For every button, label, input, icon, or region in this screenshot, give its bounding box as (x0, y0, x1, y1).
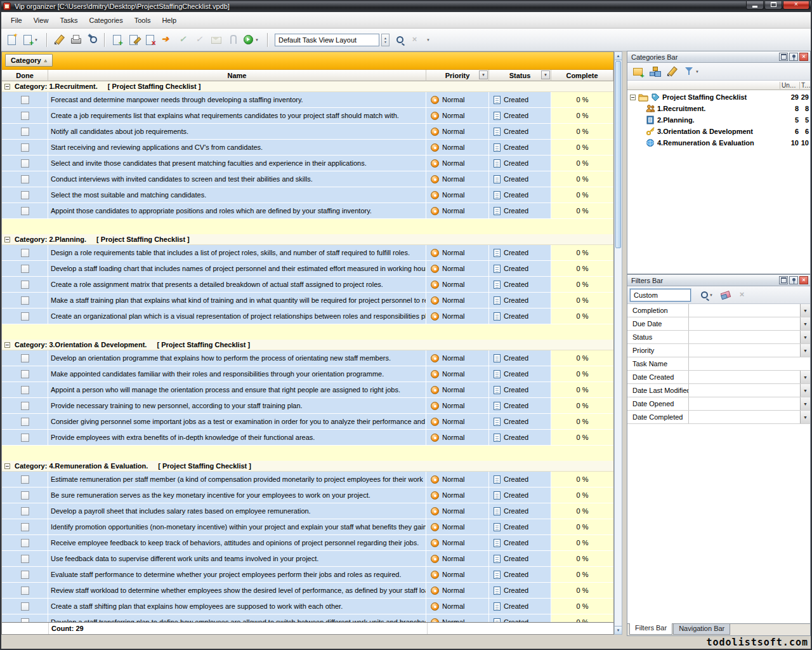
edit-task-button[interactable] (126, 32, 141, 48)
scroll-down-button[interactable]: ▼ (615, 626, 622, 634)
task-status-cell[interactable]: Created (489, 535, 551, 550)
task-priority-cell[interactable]: Normal (426, 567, 489, 582)
task-status-cell[interactable]: Created (489, 171, 551, 187)
task-status-cell[interactable]: Created (489, 124, 551, 139)
task-checkbox[interactable] (21, 249, 29, 257)
task-checkbox[interactable] (21, 159, 29, 168)
task-checkbox[interactable] (21, 354, 29, 362)
column-header-total[interactable]: Total (799, 82, 810, 89)
category-group-button[interactable]: Category ▵ (5, 54, 53, 67)
filter-categories-button[interactable]: ▼ (681, 65, 702, 79)
task-status-cell[interactable]: Created (489, 156, 551, 171)
filter-preset-combo[interactable]: Custom (630, 289, 691, 302)
delete-task-button[interactable] (142, 32, 157, 48)
task-priority-cell[interactable]: Normal (426, 535, 489, 550)
task-status-cell[interactable]: Created (489, 382, 551, 397)
task-status-cell[interactable]: Created (489, 261, 551, 276)
task-name-cell[interactable]: Appoint a person who will manage the ori… (48, 382, 426, 397)
customize-view-button[interactable] (391, 32, 406, 48)
priority-filter-dropdown[interactable]: ▼ (479, 70, 488, 79)
category-tree-item[interactable]: 2.Planning. 5 5 (627, 114, 810, 126)
task-checkbox[interactable] (21, 587, 29, 595)
task-status-cell[interactable]: Created (489, 414, 551, 429)
task-name-cell[interactable]: Provide employees with extra benefits of… (48, 430, 426, 445)
filter-value-field[interactable] (689, 397, 800, 410)
task-checkbox[interactable] (21, 475, 29, 484)
menu-tasks[interactable]: Tasks (54, 12, 83, 28)
task-checkbox[interactable] (21, 571, 29, 579)
task-priority-cell[interactable]: Normal (426, 92, 489, 107)
delete-filter-button[interactable] (735, 288, 750, 302)
task-priority-cell[interactable]: Normal (426, 551, 489, 566)
menu-file[interactable]: File (5, 12, 28, 28)
task-priority-cell[interactable]: Normal (426, 398, 489, 413)
filter-dropdown-button[interactable]: ▼ (800, 344, 810, 357)
category-tree-root[interactable]: Project Staffing Checklist 29 29 (627, 91, 810, 103)
task-priority-cell[interactable]: Normal (426, 366, 489, 381)
menu-view[interactable]: View (28, 12, 55, 28)
toolbar-overflow-dropdown[interactable]: ▼ (426, 38, 430, 42)
task-status-cell[interactable]: Created (489, 293, 551, 308)
task-status-cell[interactable]: Created (489, 472, 551, 487)
filter-dropdown-button[interactable]: ▼ (800, 371, 810, 383)
task-status-cell[interactable]: Created (489, 503, 551, 519)
task-status-cell[interactable]: Created (489, 308, 551, 324)
task-checkbox[interactable] (21, 523, 29, 531)
task-priority-cell[interactable]: Normal (426, 350, 489, 366)
task-checkbox[interactable] (21, 539, 29, 547)
tab-filters-bar[interactable]: Filters Bar (629, 623, 672, 635)
task-checkbox[interactable] (21, 434, 29, 442)
task-priority-cell[interactable]: Normal (426, 261, 489, 276)
task-name-cell[interactable]: Notify all candidates about job requirem… (48, 124, 426, 139)
task-name-cell[interactable]: Make appointed candidates familiar with … (48, 366, 426, 381)
task-checkbox[interactable] (21, 370, 29, 378)
menu-tools[interactable]: Tools (129, 12, 157, 28)
scrollbar-thumb[interactable] (615, 61, 621, 248)
task-status-cell[interactable]: Created (489, 245, 551, 260)
task-name-cell[interactable]: Review staff workload to determine wheth… (48, 583, 426, 598)
task-status-cell[interactable]: Created (489, 140, 551, 155)
new-button[interactable] (4, 32, 19, 48)
collapse-icon[interactable] (630, 95, 636, 100)
print-preview-button[interactable] (84, 32, 100, 48)
add-item-split-button[interactable]: ▼ (20, 32, 42, 48)
menu-help[interactable]: Help (156, 12, 182, 28)
task-priority-cell[interactable]: Normal (426, 124, 489, 139)
filter-value-field[interactable] (689, 371, 800, 383)
category-tree-item[interactable]: 3.Orientation & Development 6 6 (627, 126, 810, 137)
task-checkbox[interactable] (21, 112, 29, 120)
task-priority-cell[interactable]: Normal (426, 187, 489, 202)
task-status-cell[interactable]: Created (489, 187, 551, 202)
task-checkbox[interactable] (21, 265, 29, 273)
column-header-priority[interactable]: Priority▼ (426, 70, 489, 81)
clear-filter-button[interactable] (717, 288, 733, 302)
task-priority-cell[interactable]: Normal (426, 599, 489, 614)
email-task-button[interactable] (208, 32, 223, 48)
task-name-cell[interactable]: Identify promotion opportunities (non-mo… (48, 519, 426, 534)
task-name-cell[interactable]: Create a job requirements list that expl… (48, 108, 426, 123)
task-checkbox[interactable] (21, 507, 29, 515)
filter-dropdown-button[interactable]: ▼ (800, 411, 810, 423)
task-view-layout-combo[interactable]: Default Task View Layout (275, 34, 379, 46)
task-name-cell[interactable]: Conduct interviews with invited candidat… (48, 171, 426, 187)
add-subcategory-button[interactable] (647, 65, 662, 79)
task-name-cell[interactable]: Provide necessary training to new person… (48, 398, 426, 413)
task-priority-cell[interactable]: Normal (426, 488, 489, 503)
task-priority-cell[interactable]: Normal (426, 203, 489, 218)
new-task-button[interactable] (109, 32, 124, 48)
task-status-cell[interactable]: Created (489, 567, 551, 582)
task-status-cell[interactable]: Created (489, 488, 551, 503)
task-priority-cell[interactable]: Normal (426, 245, 489, 260)
task-name-cell[interactable]: Evaluate staff performance to determine … (48, 567, 426, 582)
float-panel-button[interactable] (779, 53, 788, 61)
complete-task-button[interactable] (159, 32, 174, 48)
task-priority-cell[interactable]: Normal (426, 503, 489, 519)
task-name-cell[interactable]: Start receiving and reviewing applicatio… (48, 140, 426, 155)
layout-spin-control[interactable]: ▲▼ (381, 34, 390, 46)
task-priority-cell[interactable]: Normal (426, 382, 489, 397)
column-header-status[interactable]: Status▼ (489, 70, 551, 81)
column-header-done[interactable]: Done (2, 70, 48, 81)
task-priority-cell[interactable]: Normal (426, 108, 489, 123)
print-button[interactable] (68, 32, 83, 48)
scroll-up-button[interactable]: ▲ (615, 52, 622, 60)
